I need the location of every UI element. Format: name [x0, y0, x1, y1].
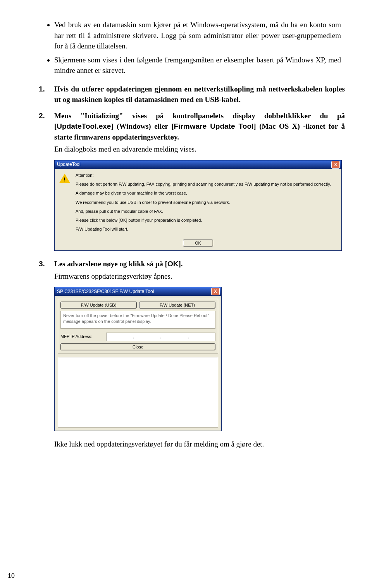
step-fragment: ].: [178, 260, 183, 268]
fw-update-net-button[interactable]: F/W Update (NET): [139, 302, 215, 309]
intro-bullet-list: Ved bruk av en datamaskin som kjører på …: [27, 19, 345, 76]
dialog-line: F/W Updating Tool will start.: [76, 227, 337, 232]
step-2: 2. Mens "Initializing" vises på kontroll…: [39, 110, 345, 155]
firmware-update-tool-label: Firmware Update Tool: [174, 122, 254, 130]
ip-dot: .: [160, 334, 161, 340]
dialog-titlebar: SP C231SF/C232SF/C301SF F/W Update Tool …: [55, 287, 221, 296]
step-number: 3.: [39, 259, 45, 269]
log-area: [58, 357, 218, 428]
bullet-item: Skjermene som vises i den følgende fremg…: [54, 55, 345, 76]
step-fragment: ] (Windows) eller [: [111, 122, 174, 130]
dialog-titlebar: UpdateTool X: [55, 160, 341, 169]
ip-address-label: MFP IP Address:: [60, 334, 103, 340]
step-subtext: Firmwarens oppdateringsverktøy åpnes.: [54, 271, 345, 282]
final-note: Ikke lukk ned oppdateringsverktøyet før …: [27, 439, 345, 450]
update-tool-dialog: UpdateTool X Attention: Please do not pe…: [54, 160, 342, 251]
info-text: Never turn off the power before the "Fir…: [60, 311, 215, 329]
close-icon[interactable]: X: [331, 161, 340, 169]
steps-list: 1. Hvis du utfører oppdateringen gjennom…: [27, 84, 345, 155]
step-3: 3. Les advarslene nøye og klikk så på [O…: [39, 259, 345, 281]
dialog-line: Please do not perform F/W updating, FAX …: [76, 182, 337, 187]
fw-update-tool-dialog: SP C231SF/C232SF/C301SF F/W Update Tool …: [54, 287, 222, 431]
attention-heading: Attention:: [76, 173, 337, 178]
step-number: 2.: [39, 110, 45, 121]
step-text: Hvis du utfører oppdateringen gjennom en…: [54, 84, 345, 105]
step-fragment: Les advarslene nøye og klikk så på [: [54, 260, 167, 268]
step-number: 1.: [39, 84, 45, 95]
step-subtext: En dialogboks med en advarende melding v…: [54, 144, 345, 155]
dialog-message-area: Attention: Please do not perform F/W upd…: [72, 173, 337, 236]
dialog-line: Please click the below [OK] button if yo…: [76, 218, 337, 223]
close-icon[interactable]: X: [211, 288, 220, 295]
ip-dot: .: [188, 334, 189, 340]
ok-label: OK: [167, 260, 179, 268]
dialog-line: A damage may be given to your machine in…: [76, 191, 337, 196]
warning-icon: [59, 173, 72, 236]
dialog-line: And, please pull out the modular cable o…: [76, 209, 337, 214]
step-text: Les advarslene nøye og klikk så på [OK].: [54, 259, 345, 269]
bullet-item: Ved bruk av en datamaskin som kjører på …: [54, 19, 345, 52]
dialog-line: We recommend you to use USB in order to …: [76, 200, 337, 205]
dialog-title: UpdateTool: [56, 161, 331, 168]
dialog-panel: F/W Update (USB) F/W Update (NET) Never …: [58, 299, 218, 354]
fw-update-usb-button[interactable]: F/W Update (USB): [60, 302, 137, 309]
close-button[interactable]: Close: [60, 343, 215, 350]
steps-list-cont: 3. Les advarslene nøye og klikk så på [O…: [27, 259, 345, 281]
ok-button[interactable]: OK: [183, 240, 213, 247]
step-1: 1. Hvis du utfører oppdateringen gjennom…: [39, 84, 345, 105]
step-text: Mens "Initializing" vises på kontrollpan…: [54, 110, 345, 143]
dialog-title: SP C231SF/C232SF/C301SF F/W Update Tool: [56, 288, 211, 295]
ip-address-input[interactable]: . . .: [106, 333, 215, 341]
update-tool-exe-label: UpdateTool.exe: [57, 122, 111, 130]
ip-dot: .: [133, 334, 134, 340]
